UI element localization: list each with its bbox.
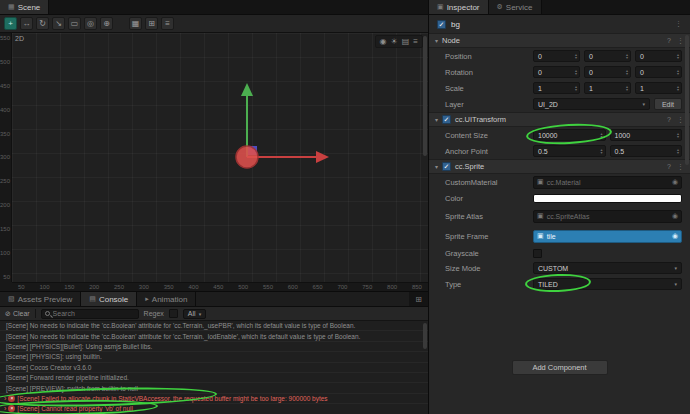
rotation-x-input[interactable]: 0 [533,66,580,78]
stepper-icons[interactable] [677,148,679,155]
rotation-z-input[interactable]: 0 [635,66,682,78]
light-icon[interactable]: ☀ [391,37,398,46]
help-icon[interactable]: ? [667,37,671,45]
tabstrip-spacer [196,292,409,306]
stepper-icons[interactable] [626,85,628,92]
pivot-toggle-icon[interactable]: ◎ [84,17,97,30]
stepper-icons[interactable] [600,132,602,139]
node-enabled-checkbox[interactable]: ✓ [437,20,446,29]
sprite-enabled-checkbox[interactable]: ✓ [442,162,451,171]
panel-layout-icon[interactable]: ⊞ [409,292,428,306]
anchor-y-input[interactable]: 0.5 [610,145,683,157]
content-size-height-input[interactable]: 1000 [610,129,683,141]
log-row[interactable]: › × [Scene] Cannot read property 'vb' of… [0,404,428,414]
color-swatch[interactable] [533,194,682,203]
scene-scrollbar[interactable] [423,36,427,156]
collapse-icon[interactable]: ▾ [435,116,438,123]
log-row[interactable]: [Scene] [PHYSICS]: using builtin. [0,352,428,362]
snap-toggle-icon[interactable]: ⊞ [145,17,158,30]
help-icon[interactable]: ? [667,116,671,124]
help-icon[interactable]: ? [667,163,671,171]
console-search-input[interactable] [53,310,135,317]
size-mode-select[interactable]: CUSTOM [533,262,682,274]
section-header-sprite[interactable]: ▾ ✓ cc.Sprite ? ⋮ [429,159,690,174]
content-size-width-input[interactable]: 10000 [533,129,606,141]
section-header-node[interactable]: ▾ Node ? ⋮ [429,33,690,48]
console-scrollbar[interactable] [423,323,427,349]
log-row[interactable]: [Scene] [PHYSICS][Bullet]: Using asmjs B… [0,342,428,352]
stepper-icons[interactable] [677,132,679,139]
node-menu-icon[interactable]: ⋮ [675,20,682,28]
menu-icon[interactable]: ⋮ [677,37,684,45]
layer-edit-button[interactable]: Edit [654,98,682,110]
regex-checkbox[interactable] [169,309,178,318]
log-row[interactable]: [Scene] Cocos Creator v3.6.0 [0,363,428,373]
grid-view-icon[interactable]: ▤ [402,37,410,46]
position-y-input[interactable]: 0 [584,50,631,62]
stepper-icons[interactable] [677,69,679,76]
rotation-y-input[interactable]: 0 [584,66,631,78]
picker-icon[interactable]: ◉ [672,212,678,220]
move-tool-icon[interactable]: ↔ [20,17,33,30]
menu-icon[interactable]: ⋮ [677,163,684,171]
tab-scene[interactable]: ▦ Scene [0,0,49,14]
horizontal-ruler: 5010015020025030035040045050055060065070… [12,282,428,291]
section-header-uitransform[interactable]: ▾ ✓ cc.UITransform ? ⋮ [429,112,690,127]
log-expand-icon[interactable]: › [4,405,6,412]
log-row[interactable]: [Scene] Forward render pipeline initiali… [0,373,428,383]
tab-inspector[interactable]: ▣ Inspector [429,0,489,14]
picker-icon[interactable]: ◉ [672,178,678,186]
uitransform-enabled-checkbox[interactable]: ✓ [442,115,451,124]
tab-animation[interactable]: ▸ Animation [137,292,196,306]
scale-y-input[interactable]: 1 [584,82,631,94]
scale-tool-icon[interactable]: ↘ [52,17,65,30]
stepper-icons[interactable] [600,148,602,155]
log-row[interactable]: › × [Scene] Failed to allocate chunk in … [0,394,428,404]
scale-x-input[interactable]: 1 [533,82,580,94]
anchor-tool-icon[interactable]: + [4,17,17,30]
custom-material-field[interactable]: ▣ cc.Material ◉ [533,176,682,189]
layer-select[interactable]: UI_2D [533,98,650,110]
rect-tool-icon[interactable]: ▭ [68,17,81,30]
type-select[interactable]: TILED [533,278,682,290]
stepper-icons[interactable] [575,69,577,76]
position-z-input[interactable]: 0 [635,50,682,62]
camera-icon[interactable]: ◉ [380,37,387,46]
stepper-icons[interactable] [575,53,577,60]
add-component-button[interactable]: Add Component [512,360,608,375]
grid-toggle-icon[interactable]: ▦ [129,17,142,30]
collapse-icon[interactable]: ▾ [435,163,438,170]
position-x-input[interactable]: 0 [533,50,580,62]
stats-icon[interactable]: ≡ [413,37,418,46]
picker-icon[interactable]: ◉ [672,232,678,240]
rotate-tool-icon[interactable]: ↻ [36,17,49,30]
sprite-atlas-field[interactable]: ▣ cc.SpriteAtlas ◉ [533,210,682,223]
gizmo-origin-handle[interactable] [236,146,258,168]
stepper-icons[interactable] [677,53,679,60]
log-expand-icon[interactable]: › [4,395,6,402]
clear-button[interactable]: ⊘ Clear [5,310,30,318]
log-row[interactable]: [Scene] No needs to indicate the 'cc.Boo… [0,331,428,341]
gizmo-x-axis-arrow[interactable] [247,151,329,163]
log-row[interactable]: [Scene] [PREVIEW]: switch from builtin t… [0,383,428,393]
menu-icon[interactable]: ⋮ [677,116,684,124]
log-filter-select[interactable]: All [183,309,206,319]
align-toggle-icon[interactable]: ≡ [161,17,174,30]
tab-service[interactable]: ⚙ Service [489,0,542,14]
coordinate-toggle-icon[interactable]: ⊕ [100,17,113,30]
stepper-icons[interactable] [677,85,679,92]
stepper-icons[interactable] [626,69,628,76]
scale-z-input[interactable]: 1 [635,82,682,94]
anchor-x-input[interactable]: 0.5 [533,145,606,157]
tab-console[interactable]: ▤ Console [81,292,137,306]
tab-assets-preview[interactable]: ▧ Assets Preview [0,292,81,306]
stepper-icons[interactable] [626,53,628,60]
sprite-frame-field[interactable]: ▣ tile ◉ [533,230,682,243]
log-row[interactable]: [Scene] No needs to indicate the 'cc.Boo… [0,321,428,331]
console-search-box[interactable] [41,309,139,319]
collapse-icon[interactable]: ▾ [435,37,438,44]
inspector-scrollbar[interactable] [685,35,689,165]
stepper-icons[interactable] [575,85,577,92]
grayscale-checkbox[interactable] [533,249,542,258]
view-2d-toggle[interactable]: 2D [15,35,24,42]
